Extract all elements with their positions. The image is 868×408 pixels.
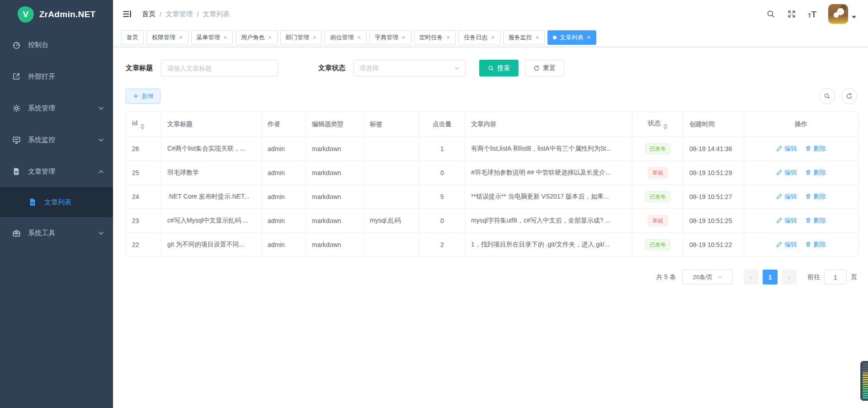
delete-button[interactable]: 删除 [805,193,826,201]
search-icon[interactable] [766,9,775,19]
breadcrumb-home[interactable]: 首页 [142,10,156,19]
page-size-select[interactable]: 20条/页 [682,270,733,285]
article-title-input[interactable] [161,60,278,76]
close-icon[interactable]: × [179,34,183,40]
edit-button[interactable]: 编辑 [776,241,797,249]
cell-content: **错误提示** 当电脑更新 VS2017 版本后，如果... [465,185,632,209]
sidebar-item-article-list[interactable]: 文章列表 [0,187,113,217]
status-badge: 已发布 [645,239,670,250]
search-button[interactable]: 搜索 [479,60,519,76]
sidebar-item-dashboard[interactable]: 控制台 [0,29,113,61]
fullscreen-icon[interactable] [787,9,796,19]
user-menu[interactable] [828,4,856,24]
column-header-created: 创建时间 [684,112,744,137]
tab-label: 菜单管理 [197,33,220,42]
cell-editor: markdown [306,233,364,257]
tab-menu[interactable]: 菜单管理× [191,30,233,45]
tab-task-log[interactable]: 任务日志× [458,30,500,45]
delete-button[interactable]: 删除 [805,145,826,153]
column-header-id[interactable]: id [126,112,161,137]
cell-author: admin [262,137,306,161]
cell-clicks: 2 [420,233,465,257]
close-icon[interactable]: × [446,34,451,40]
close-icon[interactable]: × [223,34,228,40]
edit-button[interactable]: 编辑 [776,169,797,177]
edit-button[interactable]: 编辑 [776,217,797,225]
tab-task[interactable]: 定时任务× [414,30,456,45]
total-count: 共 5 条 [656,273,676,281]
article-status-select[interactable]: 请选择 [354,60,466,76]
tab-home[interactable]: 首页 [121,30,144,45]
column-header-content: 文章内容 [465,112,632,137]
app-logo[interactable]: V ZrAdmin.NET [0,0,113,29]
goto-page-input[interactable] [824,270,847,285]
tab-dict[interactable]: 字典管理× [369,30,411,45]
table-row: 26C#两个list集合实现关联，...adminmarkdown1有两个lis… [126,137,859,161]
close-icon[interactable]: × [535,34,540,40]
refresh-icon[interactable] [841,88,857,104]
table-header-row: id文章标题作者编辑器类型标签点击量文章内容状态创建时间操作 [126,112,859,137]
sidebar-item-system-manage[interactable]: 系统管理 [0,92,113,124]
sidebar-item-system-monitor[interactable]: 系统监控 [0,124,113,156]
cell-actions: 编辑删除 [744,137,859,161]
column-header-status[interactable]: 状态 [632,112,684,137]
tab-user-role[interactable]: 用户角色× [236,30,278,45]
cell-tag: mysql,乱码 [364,209,420,233]
edit-button[interactable]: 编辑 [776,193,797,201]
table-row: 24.NET Core 发布时提示.NET...adminmarkdown5**… [126,185,859,209]
sort-caret-icon[interactable] [140,123,145,130]
cell-id: 26 [126,137,161,161]
sort-caret-icon[interactable] [663,123,668,130]
tab-dept[interactable]: 部门管理× [280,30,322,45]
cell-title: git 为不同的项目设置不同... [161,233,262,257]
show-search-toggle-icon[interactable] [819,88,835,104]
articles-table-wrap: id文章标题作者编辑器类型标签点击量文章内容状态创建时间操作 26C#两个lis… [126,112,857,257]
reset-button[interactable]: 重置 [525,60,564,76]
close-icon[interactable]: × [357,34,361,40]
cell-created: 08-19 10:51:25 [684,209,744,233]
cell-content: mysql字符集utf8，c#写入中文后，全部显示成? ... [465,209,632,233]
app-title: ZrAdmin.NET [39,9,96,19]
prev-page-button[interactable]: ‹ [744,270,759,285]
close-icon[interactable]: × [312,34,317,40]
tab-service-monitor[interactable]: 服务监控× [503,30,545,45]
font-size-icon[interactable]: TT [808,10,816,19]
avatar[interactable] [828,4,848,24]
delete-button[interactable]: 删除 [805,241,826,249]
add-button[interactable]: 新增 [126,89,160,104]
tab-article-list[interactable]: 文章列表× [547,30,596,45]
tab-label: 字典管理 [375,33,398,42]
tab-label: 文章列表 [560,33,583,42]
sidebar-item-label: 系统管理 [28,104,55,113]
edit-icon [776,193,783,201]
close-icon[interactable]: × [268,34,272,40]
tab-label: 用户角色 [241,33,264,42]
close-icon[interactable]: × [491,34,495,40]
goto-label: 前往 [807,273,820,281]
sidebar-collapse-icon[interactable] [121,8,133,20]
toolbox-icon [12,228,21,237]
breadcrumb-article-manage[interactable]: 文章管理 [165,10,193,19]
table-row: 25羽毛球教学adminmarkdown0#羽毛球拍参数说明 ## 中管软硬选择… [126,161,859,185]
cell-created: 08-19 10:51:27 [684,185,744,209]
edit-button[interactable]: 编辑 [776,145,797,153]
breadcrumb: 首页 / 文章管理 / 文章列表 [142,10,230,19]
sidebar-item-system-tools[interactable]: 系统工具 [0,217,113,249]
level-meter-widget[interactable] [860,361,868,401]
sidebar-item-article-manage[interactable]: 文章管理 [0,156,113,187]
page-1-button[interactable]: 1 [763,270,778,285]
close-icon[interactable]: × [401,34,406,40]
next-page-button[interactable]: › [782,270,797,285]
delete-button[interactable]: 删除 [805,169,826,177]
active-dot-icon [553,36,557,39]
sidebar-item-external-open[interactable]: 外部打开 [0,61,113,92]
logo-icon: V [18,6,34,23]
delete-button[interactable]: 删除 [805,217,826,225]
tab-permission[interactable]: 权限管理× [146,30,189,45]
close-icon[interactable]: × [586,34,591,40]
column-header-actions: 操作 [744,112,859,137]
status-badge: 已发布 [645,143,670,154]
chevron-down-icon [717,275,722,280]
tab-post[interactable]: 岗位管理× [325,30,367,45]
sidebar-item-label: 控制台 [28,41,48,49]
